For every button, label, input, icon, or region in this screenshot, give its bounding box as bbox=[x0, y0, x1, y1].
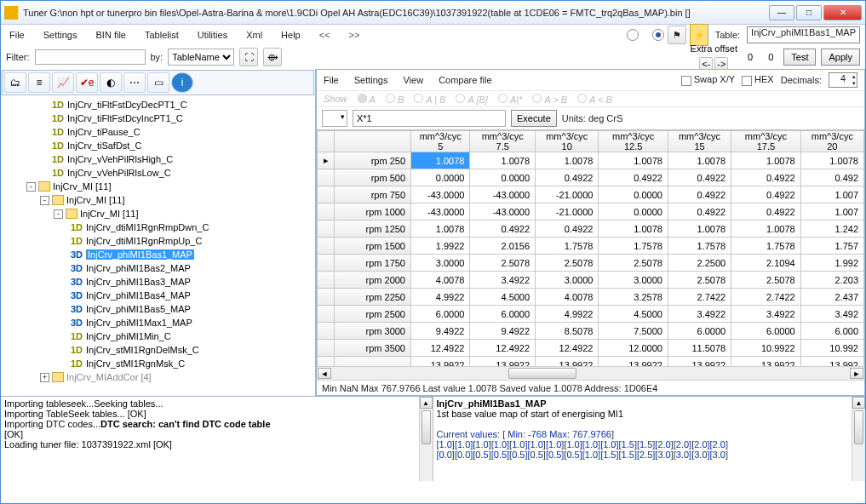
rmenu-file[interactable]: File bbox=[324, 75, 339, 85]
tree-item[interactable]: -InjCrv_MI [11] bbox=[4, 207, 312, 220]
cell[interactable]: 0.0000 bbox=[599, 186, 668, 203]
cell[interactable]: 1.0078 bbox=[599, 152, 668, 169]
pie-icon[interactable]: ◐ bbox=[100, 72, 122, 93]
row-header[interactable]: rpm 1250 bbox=[335, 220, 411, 238]
cell[interactable]: 0.4922 bbox=[731, 203, 801, 220]
apply-button[interactable]: Apply bbox=[821, 49, 860, 66]
cell[interactable]: 1.0078 bbox=[536, 152, 599, 169]
tree-item[interactable]: 1DInjCrv_stMI1RgnDelMsk_C bbox=[4, 343, 312, 357]
nav-prev[interactable]: << bbox=[316, 28, 334, 42]
cell[interactable]: 0.4922 bbox=[668, 186, 731, 203]
cell[interactable]: 6.0000 bbox=[411, 306, 470, 323]
tree-item[interactable]: 3DInjCrv_phiMI1Max1_MAP bbox=[4, 316, 312, 329]
row-header[interactable]: rpm 2000 bbox=[335, 272, 411, 289]
cell[interactable]: 0.0000 bbox=[470, 169, 536, 186]
cell[interactable]: 1.757 bbox=[800, 238, 863, 255]
h-scrollbar[interactable]: ◄► bbox=[317, 366, 864, 380]
cell[interactable]: 8.5078 bbox=[536, 323, 599, 340]
rmenu-view[interactable]: View bbox=[403, 75, 423, 85]
cell[interactable]: 0.0000 bbox=[599, 203, 668, 220]
show-ab-radio[interactable]: A | B bbox=[426, 94, 445, 105]
cell[interactable]: 2.7422 bbox=[731, 289, 801, 306]
cell[interactable]: 13.9922 bbox=[411, 357, 470, 367]
cell[interactable]: 10.9922 bbox=[731, 340, 801, 357]
cell[interactable]: 0.4922 bbox=[470, 220, 536, 238]
cell[interactable]: 4.0078 bbox=[536, 289, 599, 306]
col-header[interactable]: mm^3/cyc 10 bbox=[536, 131, 599, 152]
cell[interactable]: 3.0000 bbox=[536, 272, 599, 289]
tree-item[interactable]: +InjCrv_MIAddCor [4] bbox=[4, 370, 312, 384]
hex-checkbox[interactable] bbox=[742, 76, 752, 86]
cell[interactable]: 0.4922 bbox=[668, 169, 731, 186]
graph-icon[interactable]: 📈 bbox=[52, 72, 74, 93]
cell[interactable]: 3.492 bbox=[800, 306, 863, 323]
tree-item[interactable]: 1DInjCrv_stMI1RgnMsk_C bbox=[4, 357, 312, 370]
row-header[interactable] bbox=[335, 357, 411, 367]
row-header[interactable]: rpm 500 bbox=[335, 169, 411, 186]
swap-checkbox[interactable] bbox=[681, 76, 691, 86]
tree-item[interactable]: 1DInjCrv_tiFltFstDcyDecPT1_C bbox=[4, 98, 312, 112]
cell[interactable]: -21.0000 bbox=[536, 203, 599, 220]
cell[interactable]: 3.4922 bbox=[731, 306, 801, 323]
cell[interactable]: 2.5078 bbox=[470, 255, 536, 272]
filter-input[interactable] bbox=[35, 49, 146, 65]
cell[interactable]: 2.7422 bbox=[668, 289, 731, 306]
row-header[interactable]: rpm 250 bbox=[335, 152, 411, 169]
nav-next[interactable]: >> bbox=[346, 28, 364, 42]
op-select[interactable] bbox=[322, 110, 347, 127]
cell[interactable]: 0.4922 bbox=[731, 169, 801, 186]
cell[interactable]: 1.007 bbox=[800, 186, 863, 203]
cell[interactable]: 6.0000 bbox=[731, 323, 801, 340]
menu-xml[interactable]: Xml bbox=[243, 28, 266, 42]
menu-utilities[interactable]: Utilities bbox=[194, 28, 231, 42]
cell[interactable]: 9.4922 bbox=[411, 323, 470, 340]
decimals-spinner[interactable]: 4 bbox=[829, 72, 857, 88]
cell[interactable]: 1.0078 bbox=[599, 220, 668, 238]
tree-item[interactable]: 1DInjCrv_vVehPilRlsHigh_C bbox=[4, 152, 312, 166]
tree-item[interactable]: 3DInjCrv_phiMI1Bas2_MAP bbox=[4, 261, 312, 275]
menu-binfile[interactable]: BIN file bbox=[92, 28, 129, 42]
radio-a-icon[interactable] bbox=[627, 29, 639, 41]
cell[interactable]: 1.0078 bbox=[668, 220, 731, 238]
row-header[interactable]: rpm 3500 bbox=[335, 340, 411, 357]
col-header[interactable]: mm^3/cyc 7.5 bbox=[470, 131, 536, 152]
show-abr-radio[interactable]: A [B] bbox=[467, 94, 487, 105]
cell[interactable]: 0.4922 bbox=[599, 169, 668, 186]
offset1-spinner[interactable]: 0 bbox=[743, 49, 758, 65]
cell[interactable]: 1.7578 bbox=[536, 238, 599, 255]
dots-icon[interactable]: ⋯ bbox=[123, 72, 146, 93]
cell[interactable]: 1.0078 bbox=[800, 152, 863, 169]
check-icon[interactable]: ✔e bbox=[76, 72, 98, 93]
minimize-button[interactable]: — bbox=[769, 5, 794, 20]
tree-item[interactable]: 3DInjCrv_phiMI1Bas1_MAP bbox=[4, 248, 312, 261]
cell[interactable]: 3.0000 bbox=[599, 272, 668, 289]
cell[interactable]: -43.0000 bbox=[411, 186, 470, 203]
cell[interactable]: 2.1094 bbox=[731, 255, 801, 272]
cell[interactable]: 1.992 bbox=[800, 255, 863, 272]
cell[interactable]: 12.4922 bbox=[470, 340, 536, 357]
tree-icon[interactable]: 🗂 bbox=[4, 72, 26, 93]
tree-item[interactable]: 1DInjCrv_vVehPilRlsLow_C bbox=[4, 166, 312, 180]
cell[interactable]: -21.0000 bbox=[536, 186, 599, 203]
cell[interactable]: 6.000 bbox=[800, 323, 863, 340]
row-header[interactable]: rpm 2500 bbox=[335, 306, 411, 323]
test-button[interactable]: Test bbox=[783, 49, 816, 66]
cell[interactable]: 1.7578 bbox=[599, 238, 668, 255]
cell[interactable]: 3.0000 bbox=[411, 255, 470, 272]
cell[interactable]: 4.5000 bbox=[470, 289, 536, 306]
tree-item[interactable]: -InjCrv_MI [11] bbox=[4, 193, 312, 207]
cell[interactable]: 4.5000 bbox=[599, 306, 668, 323]
menu-tablelist[interactable]: Tablelist bbox=[141, 28, 182, 42]
data-grid[interactable]: mm^3/cyc 5mm^3/cyc 7.5mm^3/cyc 10mm^3/cy… bbox=[317, 129, 864, 366]
cell[interactable]: 13.9922 bbox=[668, 357, 731, 367]
cell[interactable]: 1.0078 bbox=[411, 152, 470, 169]
cell[interactable]: 2.2500 bbox=[668, 255, 731, 272]
row-header[interactable]: rpm 1750 bbox=[335, 255, 411, 272]
show-a-radio[interactable]: A bbox=[370, 94, 376, 105]
col-header[interactable]: mm^3/cyc 15 bbox=[668, 131, 731, 152]
tree-item[interactable]: 1DInjCrv_dtiMI1RgnRmpDwn_C bbox=[4, 220, 312, 234]
col-header[interactable]: mm^3/cyc 20 bbox=[800, 131, 863, 152]
cell[interactable]: 9.4922 bbox=[470, 323, 536, 340]
cell[interactable]: 11.5078 bbox=[668, 340, 731, 357]
cell[interactable]: 12.4922 bbox=[536, 340, 599, 357]
